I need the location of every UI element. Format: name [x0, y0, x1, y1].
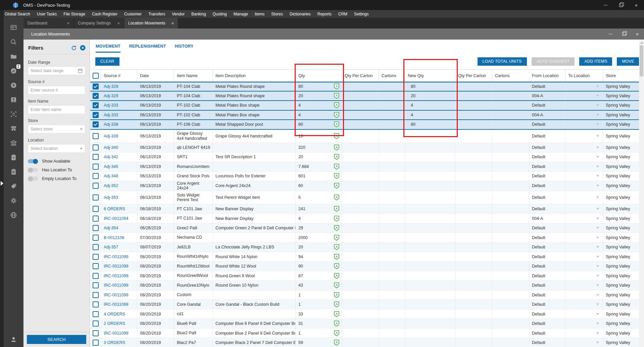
search-icon[interactable] [8, 36, 19, 48]
cell-new-qty[interactable] [405, 214, 455, 223]
cell-qty-per-carton[interactable] [342, 262, 379, 271]
tab-movement[interactable]: MOVEMENT [96, 44, 120, 53]
cell-qty-per-carton[interactable] [342, 233, 379, 242]
menu-item[interactable]: Global Search [1, 12, 34, 16]
dropdown-arrow-icon[interactable] [596, 208, 599, 210]
table-row[interactable]: Adj-329 06/13/2019 PT-104 Clab Metal Pla… [90, 92, 639, 101]
cell-qty-per-carton[interactable] [342, 162, 379, 171]
menu-item[interactable]: Banking [188, 12, 209, 16]
menu-item[interactable]: File Storage [60, 12, 89, 16]
cell-cartons[interactable] [379, 162, 405, 171]
cell-from-location[interactable]: Default [529, 329, 565, 338]
cell-cartons-2[interactable] [492, 233, 529, 242]
cell-to-location[interactable] [565, 143, 603, 152]
cell-qty-per-carton-2[interactable] [455, 214, 492, 223]
cell-source-link[interactable]: Adj-357 [101, 242, 137, 252]
dropdown-arrow-icon[interactable] [596, 303, 599, 305]
cell-qty-per-carton-2[interactable] [455, 153, 492, 162]
cell-source-link[interactable]: Adj-333 [101, 111, 137, 120]
cell-to-location[interactable] [565, 120, 603, 129]
cell-cartons[interactable] [379, 300, 405, 309]
cell-cartons[interactable] [379, 309, 405, 319]
cell-qty-per-carton-2[interactable] [455, 101, 492, 110]
doc-close-button[interactable]: × [631, 28, 644, 40]
cell-cartons[interactable] [379, 338, 405, 347]
cell-from-location[interactable]: Default [529, 82, 565, 91]
table-row[interactable]: B-0012106 07/30/2019 Nechama CD 2000A De… [90, 233, 639, 243]
cell-new-qty[interactable] [405, 290, 455, 300]
cell-qty-per-carton-2[interactable] [455, 271, 492, 281]
cell-new-qty[interactable]: 4 [405, 111, 455, 120]
cell-cartons[interactable] [379, 271, 405, 281]
table-row[interactable]: IRC-0011099 08/20/2019 RounGree10Nylo Ro… [90, 281, 639, 290]
cell-qty-per-carton-2[interactable] [455, 111, 492, 120]
tab-close-icon[interactable]: × [171, 21, 174, 26]
cell-qty-per-carton[interactable] [342, 281, 379, 290]
cell-from-location[interactable]: 004-A [529, 92, 565, 101]
menu-item[interactable]: Cash Register [89, 12, 121, 16]
cell-qty-per-carton[interactable] [342, 181, 379, 191]
cell-qty-per-carton[interactable] [342, 153, 379, 162]
table-row[interactable]: 3 ORDERS 08/20/2019 Blac2 Pa7 Computer B… [90, 338, 639, 347]
table-row[interactable]: 2 ORDERS 08/20/2019 Blue6 Pa9 Computer B… [90, 319, 639, 329]
row-checkbox[interactable] [93, 311, 99, 317]
dropdown-arrow-icon[interactable] [596, 227, 599, 229]
cell-from-location[interactable]: Default [529, 101, 565, 110]
money-icon[interactable]: $ [8, 79, 19, 91]
cell-source-link[interactable]: IRC-0011099 [101, 271, 137, 281]
cell-from-location[interactable]: Default [529, 338, 565, 347]
cell-source-link[interactable]: Adj-345 [101, 162, 137, 171]
orders-icon[interactable] [8, 166, 19, 177]
row-checkbox[interactable] [93, 244, 99, 250]
table-row[interactable]: IRC-0011054 06/18/2019 PT C101 Jaw New B… [90, 214, 639, 224]
cell-cartons-2[interactable] [492, 223, 529, 233]
cell-from-location[interactable]: Default [529, 271, 565, 281]
cell-qty-per-carton-2[interactable] [455, 82, 492, 91]
cell-cartons-2[interactable] [492, 153, 529, 162]
cell-cartons-2[interactable] [492, 172, 529, 181]
cell-to-location[interactable] [565, 162, 603, 171]
cell-cartons[interactable] [379, 101, 405, 110]
cell-to-location[interactable] [565, 82, 603, 91]
cell-cartons-2[interactable] [492, 252, 529, 262]
cell-cartons-2[interactable] [492, 290, 529, 300]
row-checkbox[interactable] [93, 154, 99, 160]
cell-from-location[interactable]: Default [529, 233, 565, 242]
cell-cartons[interactable] [379, 204, 405, 214]
cell-cartons-2[interactable] [492, 309, 529, 319]
cell-qty-per-carton[interactable] [342, 271, 379, 281]
cell-cartons-2[interactable] [492, 204, 529, 214]
cell-source-link[interactable]: Adj-339 [101, 130, 137, 143]
dropdown-arrow-icon[interactable] [596, 246, 599, 248]
cell-to-location[interactable] [565, 242, 603, 252]
cell-cartons-2[interactable] [492, 82, 529, 91]
cell-cartons[interactable] [379, 223, 405, 233]
cell-qty-per-carton-2[interactable] [455, 172, 492, 181]
column-header[interactable]: Cartons [492, 70, 529, 81]
cell-source-link[interactable]: IRC-0011099 [101, 281, 137, 290]
cell-from-location[interactable]: Default [529, 309, 565, 319]
scrollbar-thumb[interactable] [640, 45, 643, 76]
row-checkbox[interactable] [93, 235, 99, 241]
cell-cartons[interactable] [379, 262, 405, 271]
toggle-has-location-to[interactable]: Has Location To [28, 168, 85, 172]
toggle-switch[interactable] [28, 177, 38, 181]
table-row[interactable]: Adj-353 06/13/2019 Solo Widget Perent Te… [90, 191, 639, 205]
table-row[interactable]: Adj-352 06/13/2019 Core Argent 24x24 Cor… [90, 181, 639, 191]
add-items-button[interactable]: ADD ITEMS [579, 57, 612, 66]
search-button[interactable]: SEARCH [27, 335, 86, 344]
cell-qty-per-carton[interactable] [342, 191, 379, 204]
cell-new-qty[interactable] [405, 153, 455, 162]
cell-new-qty[interactable] [405, 181, 455, 191]
tags-icon[interactable] [8, 180, 19, 192]
dropdown-arrow-icon[interactable] [596, 196, 599, 198]
menu-item[interactable]: Quoting [209, 12, 230, 16]
cell-qty-per-carton-2[interactable] [455, 329, 492, 338]
cell-qty-per-carton-2[interactable] [455, 233, 492, 242]
table-row[interactable]: IRC-0011099 08/20/2019 RounGree9Wool Rou… [90, 271, 639, 281]
cell-from-location[interactable]: Default [529, 181, 565, 191]
toggle-switch[interactable] [28, 168, 38, 172]
close-button[interactable]: × [629, 0, 644, 10]
cell-to-location[interactable] [565, 92, 603, 101]
table-row[interactable]: Adj-348 06/13/2019 Grand Stock Pols Luxu… [90, 172, 639, 181]
